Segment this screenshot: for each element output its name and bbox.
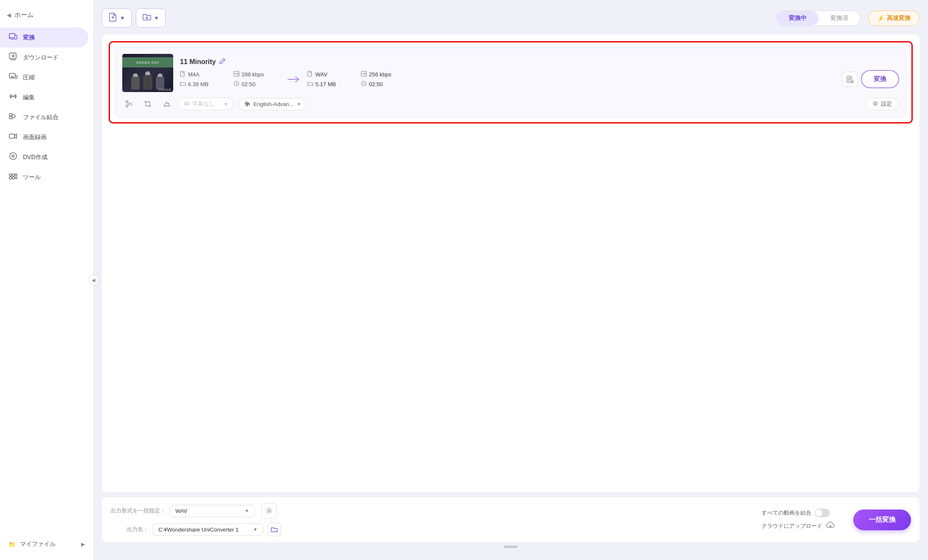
sidebar-item-label: ファイル結合 [23,114,59,121]
audio-wave-icon [244,101,251,108]
format-arrow-icon: ▼ [245,508,249,513]
high-speed-button[interactable]: ⚡ 高速変換 [868,11,920,26]
svg-point-8 [10,153,17,160]
sidebar-item-record[interactable]: 画面録画 [0,127,88,147]
sidebar: ◀ ホーム 変換 ダウンロード [0,0,93,560]
file-edit-icon[interactable] [219,58,226,66]
gear-icon [872,101,878,108]
thumbnail-band: GREEN DAY [122,57,173,67]
format-select[interactable]: WAV ▼ [170,505,255,517]
merge-toggle-row: すべての動画を結合 [762,509,846,517]
settings-label: 設定 [881,100,892,108]
file-settings-button[interactable] [842,72,858,87]
format-settings-icon[interactable] [262,503,277,518]
effects-button[interactable] [160,97,173,111]
item-settings-button[interactable]: 設定 [865,98,899,110]
tab-converted[interactable]: 変換済 [818,11,860,25]
main-content: ▼ ▼ 変換中 変換済 ⚡ 高速変換 [93,0,928,560]
sidebar-item-download[interactable]: ダウンロード [0,48,88,67]
tools-icon [8,172,18,182]
sidebar-item-label: ツール [23,174,41,181]
sidebar-collapse-button[interactable]: ◀ [88,275,98,285]
sidebar-item-dvd[interactable]: DVD作成 [0,147,88,167]
svg-point-27 [268,510,270,512]
sidebar-item-label: 変換 [23,34,35,42]
audio-select[interactable]: English-Advan... ▼ [239,98,307,110]
add-folder-button[interactable]: ▼ [136,8,166,28]
svg-point-26 [875,102,877,104]
home-label: ホーム [14,11,34,19]
output-folder-icon [307,81,313,88]
output-field: 出力先： C:¥Wondershare UniConverter 1 ▼ [110,523,755,536]
source-meta: M4A 6.39 MB [180,71,227,88]
svg-rect-11 [12,174,14,176]
content-area: GREEN DAY [102,34,920,492]
thumbnail-label: DOOKIE [159,88,172,91]
file-thumbnail: GREEN DAY [122,54,173,92]
source-duration-value: 02:50 [242,81,256,87]
cloud-row: クラウドにアップロード [762,521,846,531]
file-card: GREEN DAY [115,48,906,117]
output-path-select[interactable]: C:¥Wondershare UniConverter 1 ▼ [153,524,263,536]
toolbar: ▼ ▼ 変換中 変換済 ⚡ 高速変換 [102,8,920,28]
path-arrow-icon: ▼ [253,527,258,532]
sidebar-item-label: 画面録画 [23,134,47,141]
selected-item-highlight: GREEN DAY [109,41,913,123]
bitrate-icon [233,71,239,78]
my-files-arrow: ▶ [81,541,85,547]
file-info: 11 Minority [180,58,899,88]
file-icon [180,71,186,78]
audio-arrow-icon: ▼ [297,102,301,106]
tab-group: 変換中 変換済 [776,11,861,26]
svg-rect-13 [12,177,14,179]
bulk-convert-button[interactable]: 一括変換 [853,510,911,530]
svg-rect-1 [9,53,16,59]
sidebar-item-label: 圧縮 [23,74,35,81]
sidebar-item-label: ダウンロード [23,54,59,62]
sidebar-item-compress[interactable]: 圧縮 [0,67,88,87]
merge-icon [8,112,18,123]
source-bitrate: 288 kbps [233,71,280,78]
crop-button[interactable] [141,97,155,111]
scroll-indicator [102,542,920,552]
format-field: 出力形式を一括指定： WAV ▼ [110,503,755,518]
svg-rect-10 [9,174,11,176]
record-icon [8,132,18,143]
compress-icon [8,72,18,83]
merge-toggle[interactable] [815,509,830,517]
my-files-icon: 📁 [8,541,16,548]
svg-rect-14 [15,174,17,176]
output-folder-button[interactable] [267,523,281,536]
merge-label: すべての動画を結合 [762,509,811,517]
sidebar-item-merge[interactable]: ファイル結合 [0,107,88,127]
tab-converting[interactable]: 変換中 [777,11,818,25]
convert-button[interactable]: 変換 [861,70,899,88]
bottom-bar: 出力形式を一括指定： WAV ▼ 出力先： C:¥Wondershare Uni… [102,497,920,542]
high-speed-label: 高速変換 [887,14,911,22]
sidebar-item-edit[interactable]: 編集 [0,87,88,107]
format-value: WAV [175,508,187,514]
sidebar-item-convert[interactable]: 変換 [0,28,88,48]
cloud-icon[interactable] [826,521,835,531]
output-duration-value: 02:50 [369,81,383,87]
source-format-value: M4A [188,71,200,78]
sidebar-home[interactable]: ◀ ホーム [0,7,93,28]
trim-button[interactable] [122,97,136,111]
subtitle-placeholder: 字幕なし [192,100,214,108]
sidebar-my-files[interactable]: 📁 マイファイル ▶ [0,535,93,553]
source-duration: 02:50 [233,81,280,88]
thumbnail-people [122,67,173,90]
subtitle-arrow-icon: ▼ [224,102,228,106]
lightning-icon: ⚡ [877,15,884,22]
output-bitrate-icon [361,71,367,78]
svg-rect-2 [9,73,15,78]
output-meta2: 256 kbps 02:50 [361,71,408,88]
file-name-row: 11 Minority [180,58,899,66]
sidebar-item-label: 編集 [23,94,35,101]
svg-rect-12 [9,177,11,179]
subtitle-select[interactable]: 字幕なし ▼ [178,98,233,110]
add-file-button[interactable]: ▼ [102,8,132,28]
convert-icon [8,32,18,43]
sidebar-item-tools[interactable]: ツール [0,167,88,187]
file-card-top: GREEN DAY [122,54,899,92]
